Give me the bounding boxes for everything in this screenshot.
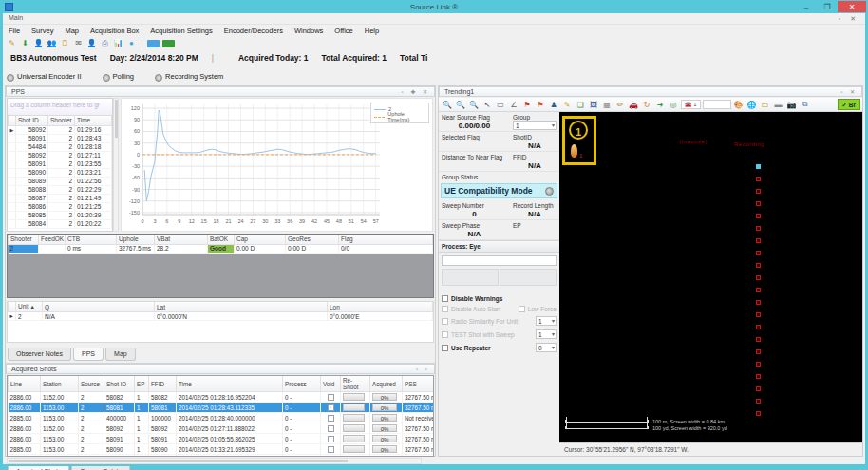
users-icon[interactable]: 👥 bbox=[47, 38, 57, 48]
tab-acquired-shots[interactable]: Acquired Shots bbox=[8, 466, 69, 470]
draw-icon[interactable]: ✏ bbox=[614, 99, 626, 110]
col-unit[interactable]: Unit ▴ bbox=[16, 302, 43, 312]
status-cell[interactable] bbox=[39, 244, 66, 253]
source-point[interactable] bbox=[756, 411, 761, 416]
layer-select[interactable] bbox=[703, 100, 731, 109]
trending-map[interactable]: 1 1 (Inactive)Recording 100 m, Screen wi… bbox=[559, 112, 862, 442]
unit-cell[interactable]: 2 bbox=[16, 312, 43, 321]
acq-col-station[interactable]: Station bbox=[41, 376, 79, 392]
mail-icon[interactable]: ✉ bbox=[73, 38, 84, 48]
zoom-window-icon[interactable]: 🔍 bbox=[468, 99, 480, 110]
status-cell[interactable]: 0/0 bbox=[339, 244, 433, 253]
source-point[interactable] bbox=[756, 288, 761, 292]
status-cell[interactable]: 0.00 D bbox=[235, 244, 286, 253]
pps-row[interactable]: 58085201:20:39 bbox=[9, 211, 112, 219]
active-source-point[interactable] bbox=[756, 164, 761, 169]
source-point[interactable] bbox=[756, 374, 761, 379]
pps-row[interactable]: 58087201:21:49 bbox=[9, 194, 112, 202]
col-q[interactable]: Q bbox=[43, 302, 155, 312]
status-col-uphole[interactable]: Uphole bbox=[117, 235, 155, 244]
target-icon[interactable]: ◎ bbox=[668, 99, 679, 110]
vehicle-select[interactable]: 🚘 1 bbox=[681, 100, 701, 109]
flag-marker-icon[interactable]: ⚑ bbox=[535, 99, 546, 110]
source-point[interactable] bbox=[756, 337, 761, 342]
void-checkbox[interactable] bbox=[328, 446, 334, 453]
menu-item-map[interactable]: Map bbox=[65, 27, 79, 35]
user-icon[interactable]: 👤 bbox=[33, 38, 44, 48]
zoom-in-icon[interactable]: 🔍 bbox=[442, 99, 453, 110]
acquired-shot-row[interactable]: 2886.001152.002580821580822014/02/25 01:… bbox=[9, 392, 435, 403]
pps-row[interactable]: ▶58092201:29:16 bbox=[9, 125, 112, 134]
void-checkbox[interactable] bbox=[328, 404, 334, 411]
status-cell[interactable]: 0.00 D bbox=[286, 244, 339, 253]
refresh-icon[interactable]: ↻ bbox=[641, 99, 652, 110]
source-point[interactable] bbox=[756, 189, 761, 194]
col-shooter[interactable]: Shooter bbox=[48, 116, 75, 125]
option-value-field[interactable]: 1 bbox=[536, 316, 557, 326]
globe-green-icon[interactable]: 🌐 bbox=[746, 99, 758, 110]
reshoot-button[interactable] bbox=[343, 393, 365, 401]
status-col-geores[interactable]: GeoRes bbox=[286, 235, 339, 244]
tab-map[interactable]: Map bbox=[105, 348, 136, 361]
acquired-shot-row[interactable]: 2885.001153.002580901580902014/02/25 01:… bbox=[9, 444, 435, 455]
pps-row[interactable]: 58091201:23:55 bbox=[9, 160, 112, 168]
layers-icon[interactable]: ❏ bbox=[575, 99, 586, 110]
pps-shot-grid[interactable]: Drag a column header here to gr Shot ID … bbox=[7, 98, 113, 232]
status-cell[interactable]: 32767.5 ms bbox=[117, 244, 155, 253]
option-value-field[interactable]: 1 bbox=[536, 329, 557, 339]
broadcast-button[interactable]: ✓ Br bbox=[838, 99, 860, 110]
acq-col-source[interactable]: Source bbox=[79, 376, 104, 392]
status-cell[interactable]: 0 ms bbox=[66, 244, 117, 253]
checkbox-disable-warnings[interactable] bbox=[442, 295, 448, 302]
acquired-shot-row[interactable]: 2886.001152.002580891580892014/02/25 01:… bbox=[9, 455, 435, 458]
unit-icon[interactable]: ♟ bbox=[548, 99, 559, 110]
source-point[interactable] bbox=[756, 362, 761, 367]
source-point[interactable] bbox=[756, 275, 761, 280]
source-point[interactable] bbox=[756, 349, 761, 354]
acquired-shot-row[interactable]: 2886.001153.002580911580912014/02/25 01:… bbox=[9, 434, 435, 444]
pointer-icon[interactable]: ↖ bbox=[481, 99, 493, 110]
ue-status-orb-icon[interactable] bbox=[545, 187, 554, 196]
source-point[interactable] bbox=[756, 312, 761, 317]
reshoot-button[interactable] bbox=[343, 404, 365, 411]
lon-cell[interactable]: 0°0.0000'E bbox=[328, 312, 433, 321]
status-col-batok[interactable]: BatOK bbox=[208, 235, 235, 244]
status-cell[interactable]: 28.2 bbox=[155, 244, 208, 253]
acquired-shot-row[interactable]: 2885.001153.00240000011000002014/02/25 0… bbox=[9, 413, 435, 423]
source-point[interactable] bbox=[756, 325, 761, 329]
minus-icon[interactable]: ▬ bbox=[773, 99, 784, 110]
printer-icon[interactable]: ⎙ bbox=[100, 38, 110, 48]
acq-col-shot-id[interactable]: Shot ID bbox=[104, 376, 135, 392]
select-rect-icon[interactable]: ▭ bbox=[495, 99, 506, 110]
pps-row[interactable]: 58089201:22:56 bbox=[9, 177, 112, 185]
group-select[interactable]: 1 bbox=[513, 121, 557, 130]
source-point[interactable] bbox=[756, 226, 761, 231]
copy-icon[interactable]: ⧉ bbox=[800, 99, 811, 110]
pps-row[interactable]: 58086201:21:25 bbox=[9, 202, 112, 211]
pps-panel-buttons[interactable]: ▫ ✚ ✕ bbox=[401, 87, 430, 97]
pencil-icon[interactable]: ✎ bbox=[561, 99, 573, 110]
tab-observer-notes[interactable]: Observer Notes bbox=[8, 348, 71, 361]
void-checkbox[interactable] bbox=[328, 436, 334, 442]
acq-col-pss[interactable]: PSS bbox=[403, 376, 435, 392]
minimize-button[interactable]: – bbox=[796, 1, 817, 12]
menu-item-acquisition-settings[interactable]: Acquisition Settings bbox=[150, 27, 212, 35]
reshoot-button[interactable] bbox=[343, 435, 365, 442]
palette-icon[interactable]: 🎨 bbox=[733, 99, 745, 110]
pps-row[interactable]: 58091201:28:43 bbox=[9, 134, 112, 142]
trending-buttons[interactable]: ▫ ✕ bbox=[840, 87, 858, 97]
flag-red-icon[interactable]: ⚑ bbox=[521, 99, 533, 110]
source-point[interactable] bbox=[756, 263, 761, 268]
acquired-shots-table[interactable]: LineStationSourceShot IDEPFFIDTimeProces… bbox=[7, 375, 434, 457]
menu-item-help[interactable]: Help bbox=[365, 27, 379, 35]
lat-cell[interactable]: 0°0.0000'N bbox=[155, 312, 328, 321]
source-point[interactable] bbox=[756, 214, 761, 218]
vibrator-unit-icon[interactable] bbox=[571, 144, 577, 158]
status-col-flag[interactable]: Flag bbox=[339, 235, 433, 244]
folder-icon[interactable]: 🗀 bbox=[760, 99, 771, 110]
edit-icon[interactable]: ✎ bbox=[7, 38, 17, 48]
acq-col-time[interactable]: Time bbox=[177, 376, 283, 392]
menu-item-survey[interactable]: Survey bbox=[31, 27, 53, 35]
option-value-field[interactable]: 0 bbox=[536, 343, 557, 352]
col-shot-id[interactable]: Shot ID bbox=[16, 116, 48, 125]
